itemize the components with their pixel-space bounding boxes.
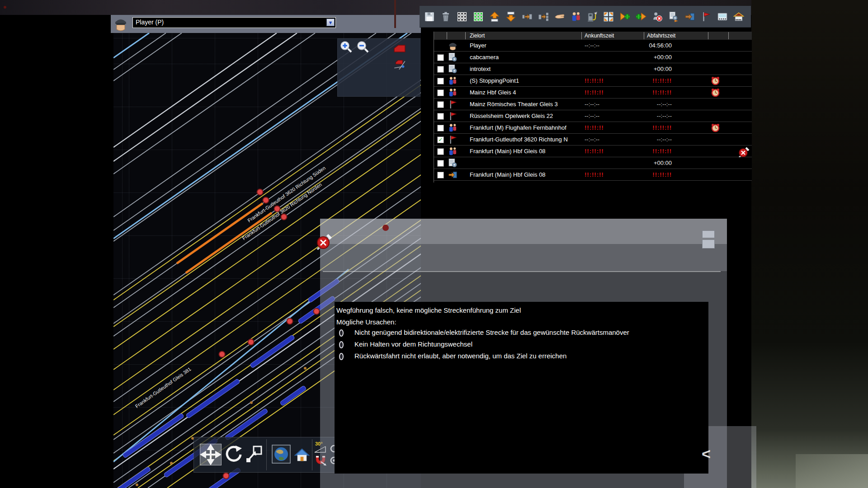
- expand-button[interactable]: [603, 11, 614, 22]
- map-controls-box: [337, 38, 420, 97]
- alarm-clock-icon: [711, 88, 720, 97]
- dialog-window-chip[interactable]: [702, 230, 715, 238]
- passengers-icon: [448, 146, 458, 156]
- dialog-divider: [323, 271, 721, 272]
- depot-button[interactable]: [733, 11, 744, 22]
- world-signal-dot: [4, 6, 6, 9]
- passengers-icon: [448, 123, 458, 133]
- table-row[interactable]: Player --:--:-- 04:56:00: [434, 40, 752, 52]
- col-abfahrt[interactable]: Abfahrtszeit: [647, 33, 675, 39]
- add-instruction-button[interactable]: [636, 11, 646, 22]
- dialog-subheader-band: [320, 244, 727, 271]
- rotate-tool-button[interactable]: [224, 444, 244, 465]
- table-row[interactable]: cabcamera +00:00: [434, 52, 752, 63]
- grid-filled-view-button[interactable]: [473, 11, 484, 22]
- home-button[interactable]: [293, 446, 311, 463]
- globe-button[interactable]: [272, 445, 291, 464]
- delete-button[interactable]: [440, 11, 451, 22]
- collapse-chevron[interactable]: <: [702, 445, 711, 463]
- row-checkbox[interactable]: [437, 125, 444, 131]
- row-checkbox[interactable]: [437, 148, 444, 155]
- export-button[interactable]: [505, 11, 516, 22]
- dropdown-arrow-icon[interactable]: ▼: [326, 19, 335, 26]
- fuel-button[interactable]: [587, 11, 598, 22]
- row-checkbox[interactable]: [437, 113, 444, 120]
- dialog-message-box: Wegführung falsch, keine mögliche Streck…: [335, 302, 708, 474]
- alarm-clock-icon: [711, 123, 720, 132]
- row-checkbox[interactable]: [437, 89, 444, 96]
- service-settings-button[interactable]: [668, 11, 679, 22]
- zoom-out-icon[interactable]: [356, 40, 370, 54]
- error-title: Wegführung falsch, keine mögliche Streck…: [336, 306, 521, 314]
- ramp-large-icon[interactable]: [393, 42, 406, 55]
- bullet-icon: [339, 329, 344, 337]
- world-road: [796, 454, 868, 488]
- display-button[interactable]: [717, 11, 728, 22]
- driver-dropdown[interactable]: Player (P) ▼: [132, 17, 336, 28]
- error-causes-label: Mögliche Ursachen:: [336, 318, 396, 326]
- error-dialog: Wegführung falsch, keine mögliche Streck…: [320, 219, 727, 488]
- remove-driver-button[interactable]: [652, 11, 663, 22]
- move-tool-button[interactable]: [200, 444, 222, 465]
- pick-hand-button[interactable]: [554, 11, 565, 22]
- red-dot-marker: [382, 225, 389, 231]
- passengers-icon: [448, 88, 458, 98]
- track-label-gleis381: Frankfurt-Gutleuthof Gleis 381: [134, 366, 192, 409]
- arrow-into-box-button[interactable]: [522, 11, 533, 22]
- error-cause: Rückwärtsfahrt nicht erlaubt, aber notwe…: [354, 352, 566, 360]
- instruction-icon: [448, 158, 458, 168]
- passengers-button[interactable]: [571, 11, 581, 22]
- table-row[interactable]: Frankfurt (M) Flughafen Fernbahnhof !!:!…: [434, 122, 752, 134]
- blocked-path-pin-icon: [314, 230, 335, 252]
- table-row[interactable]: Rüsselsheim Opelwerk Gleis 22 --:--:-- -…: [434, 110, 752, 122]
- portal-button[interactable]: [684, 11, 695, 22]
- table-row[interactable]: Mainz Römisches Theater Gleis 3 --:--:--…: [434, 99, 752, 110]
- grid-view-button[interactable]: [457, 11, 467, 22]
- passengers-icon: [448, 76, 458, 86]
- col-zielort[interactable]: Zielort: [470, 33, 485, 39]
- instruction-icon: [448, 52, 458, 62]
- world-flag-pole: [394, 0, 396, 28]
- error-cause: Kein Halten vor dem Richtungswechsel: [354, 340, 472, 348]
- dialog-window-chip[interactable]: [702, 239, 715, 249]
- row-checkbox[interactable]: [437, 54, 444, 61]
- save-button[interactable]: [424, 11, 435, 22]
- world-backdrop-right: [751, 0, 868, 488]
- row-checkbox[interactable]: [437, 66, 444, 73]
- dialog-header-band: [320, 219, 727, 244]
- error-cause: Nicht genügend bidirektionale/elektrifiz…: [354, 328, 629, 336]
- zoom-in-icon[interactable]: [340, 40, 353, 54]
- table-row[interactable]: ✓ Frankfurt-Gutleuthof 3620 Richtung N -…: [434, 134, 752, 145]
- table-row[interactable]: Mainz Hbf Gleis 4 !!:!!:!! !!:!!:!!: [434, 87, 752, 99]
- table-row[interactable]: +00:00: [434, 157, 752, 169]
- table-row[interactable]: introtext +00:00: [434, 63, 752, 75]
- timetable-table: Zielort Ankunftszeit Abfahrtszeit Player…: [434, 32, 751, 183]
- col-ankunft[interactable]: Ankunftszeit: [585, 33, 614, 39]
- bullet-icon: [339, 353, 344, 360]
- driver-avatar-icon: [114, 16, 127, 31]
- arrow-out-box-button[interactable]: [538, 11, 549, 22]
- portal-icon: [448, 170, 458, 180]
- table-row[interactable]: Frankfurt (Main) Hbf Gleis 08 !!:!!:!! !…: [434, 169, 752, 181]
- bullet-icon: [339, 341, 344, 348]
- flag-icon: [448, 111, 458, 121]
- flag-icon: [448, 99, 458, 109]
- table-row[interactable]: Frankfurt (Main) Hbf Gleis 08 !!:!!:!! !…: [434, 145, 752, 157]
- driver-dropdown-value: Player (P): [136, 19, 164, 26]
- flag-icon: [448, 135, 458, 145]
- ramp-gradient-icon[interactable]: [393, 58, 406, 71]
- row-checkbox[interactable]: [437, 101, 444, 108]
- driver-icon: [448, 41, 458, 51]
- alarm-clock-icon: [711, 76, 720, 85]
- row-checkbox-checked[interactable]: ✓: [437, 136, 444, 143]
- main-toolbar: [420, 6, 751, 28]
- import-button[interactable]: [489, 11, 500, 22]
- jump-tool-button[interactable]: [245, 444, 264, 465]
- row-checkbox[interactable]: [437, 78, 444, 84]
- table-header: Zielort Ankunftszeit Abfahrtszeit: [434, 32, 752, 40]
- table-row[interactable]: (S) StoppingPoint1 !!:!!:!! !!:!!:!!: [434, 75, 752, 87]
- destination-flag-button[interactable]: [701, 11, 712, 22]
- row-checkbox[interactable]: [437, 160, 444, 167]
- row-checkbox[interactable]: [437, 172, 444, 178]
- add-driver-button[interactable]: [619, 11, 630, 22]
